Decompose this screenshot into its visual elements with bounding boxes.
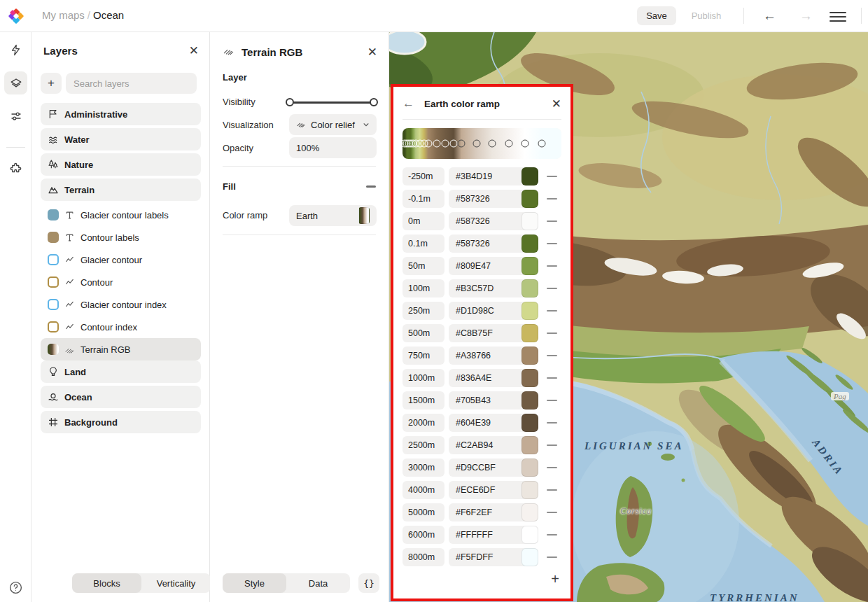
ramp-close-icon[interactable]: ✕ xyxy=(552,98,561,110)
opacity-input[interactable]: 100% xyxy=(289,137,377,158)
ramp-handle-1500m[interactable] xyxy=(441,140,449,148)
color-swatch[interactable] xyxy=(522,302,538,320)
elevation-input[interactable]: 250m xyxy=(402,302,444,320)
style-close-icon[interactable]: ✕ xyxy=(368,46,377,58)
color-swatch[interactable] xyxy=(522,190,538,208)
elevation-input[interactable]: 1500m xyxy=(402,391,444,410)
ramp-handle-4000m[interactable] xyxy=(489,140,496,148)
remove-stop-button[interactable] xyxy=(547,302,558,320)
layer-swatch[interactable] xyxy=(48,321,59,332)
remove-stop-button[interactable] xyxy=(547,234,558,253)
ramp-handle-5000m[interactable] xyxy=(505,140,513,148)
elevation-input[interactable]: 0m xyxy=(402,212,444,230)
remove-stop-button[interactable] xyxy=(547,346,558,365)
elevation-input[interactable]: 100m xyxy=(402,279,444,298)
layer-row-glacier-contour-index[interactable]: Glacier contour index xyxy=(41,293,201,316)
color-swatch[interactable] xyxy=(522,279,538,298)
hex-input[interactable]: #3B4D19 xyxy=(449,167,538,186)
layers-close-icon[interactable]: ✕ xyxy=(189,45,199,57)
remove-stop-button[interactable] xyxy=(547,369,558,387)
help-icon[interactable] xyxy=(6,578,24,596)
layer-swatch[interactable] xyxy=(48,344,59,355)
settings-sliders-icon[interactable] xyxy=(4,104,27,127)
color-swatch[interactable] xyxy=(522,369,538,387)
quick-actions-lightning-icon[interactable] xyxy=(4,38,27,62)
remove-stop-button[interactable] xyxy=(547,548,558,566)
breadcrumb-parent[interactable]: My maps xyxy=(42,9,85,21)
color-ramp-select[interactable]: Earth xyxy=(289,205,377,226)
plugins-puzzle-icon[interactable] xyxy=(4,157,27,180)
remove-stop-button[interactable] xyxy=(547,190,558,208)
hex-input[interactable]: #ECE6DF xyxy=(449,481,538,499)
remove-stop-button[interactable] xyxy=(547,436,558,454)
search-layers-input[interactable] xyxy=(66,73,197,94)
color-swatch[interactable] xyxy=(522,346,538,365)
code-editor-button[interactable]: {} xyxy=(358,573,379,593)
layer-row-terrain[interactable]: Terrain xyxy=(41,178,201,201)
remove-stop-button[interactable] xyxy=(547,167,558,186)
hex-input[interactable]: #FFFFFF xyxy=(449,526,538,544)
layer-swatch[interactable] xyxy=(48,209,59,220)
layer-row-nature[interactable]: Nature xyxy=(41,153,201,176)
remove-stop-button[interactable] xyxy=(547,481,558,499)
hex-input[interactable]: #836A4E xyxy=(449,369,538,387)
hex-input[interactable]: #F5FDFF xyxy=(449,548,538,566)
elevation-input[interactable]: 50m xyxy=(402,257,444,275)
add-stop-button[interactable]: + xyxy=(551,571,559,587)
color-swatch[interactable] xyxy=(522,503,538,522)
tab-verticality[interactable]: Verticality xyxy=(141,573,211,593)
slider-min-handle[interactable] xyxy=(286,98,294,106)
elevation-input[interactable]: 750m xyxy=(402,346,444,365)
elevation-input[interactable]: 5000m xyxy=(402,503,444,522)
layer-swatch[interactable] xyxy=(48,276,59,288)
remove-stop-button[interactable] xyxy=(547,279,558,298)
layer-row-glacier-contour[interactable]: Glacier contour xyxy=(41,248,201,271)
layer-swatch[interactable] xyxy=(48,299,59,310)
elevation-input[interactable]: 6000m xyxy=(402,526,444,544)
layers-panel-icon[interactable] xyxy=(4,71,27,94)
elevation-input[interactable]: -250m xyxy=(402,167,444,186)
remove-stop-button[interactable] xyxy=(547,391,558,410)
layer-row-contour-labels[interactable]: Contour labels xyxy=(41,226,201,248)
layer-row-administrative[interactable]: Administrative xyxy=(41,103,201,125)
color-swatch[interactable] xyxy=(522,257,538,275)
layer-row-water[interactable]: Water xyxy=(41,128,201,150)
color-swatch[interactable] xyxy=(522,481,538,499)
remove-stop-button[interactable] xyxy=(547,324,558,342)
remove-stop-button[interactable] xyxy=(547,503,558,522)
color-swatch[interactable] xyxy=(522,414,538,432)
color-swatch[interactable] xyxy=(522,212,538,230)
layer-row-land[interactable]: Land xyxy=(41,360,201,383)
ramp-handle-2000m[interactable] xyxy=(450,140,458,148)
ramp-handle-3000m[interactable] xyxy=(473,140,481,148)
back-arrow-icon[interactable]: ← xyxy=(402,97,414,111)
remove-stop-button[interactable] xyxy=(547,212,558,230)
hex-input[interactable]: #B3C57D xyxy=(449,279,538,298)
elevation-input[interactable]: -0.1m xyxy=(402,190,444,208)
elevation-input[interactable]: 4000m xyxy=(402,481,444,499)
hex-input[interactable]: #809E47 xyxy=(449,257,538,275)
hex-input[interactable]: #A38766 xyxy=(449,346,538,365)
hex-input[interactable]: #587326 xyxy=(449,234,538,253)
ramp-handle-8000m[interactable] xyxy=(538,140,546,148)
elevation-input[interactable]: 500m xyxy=(402,324,444,342)
layer-row-terrain-rgb[interactable]: Terrain RGB xyxy=(41,338,201,360)
elevation-input[interactable]: 0.1m xyxy=(402,234,444,253)
hex-input[interactable]: #705B43 xyxy=(449,391,538,410)
tab-style[interactable]: Style xyxy=(223,573,286,593)
hex-input[interactable]: #F6F2EF xyxy=(449,503,538,522)
visibility-range-slider[interactable] xyxy=(286,97,378,107)
hex-input[interactable]: #C8B75F xyxy=(449,324,538,342)
save-button[interactable]: Save xyxy=(637,6,676,25)
color-swatch[interactable] xyxy=(522,234,538,253)
undo-arrow-icon[interactable]: ← xyxy=(763,8,776,23)
ramp-handle-6000m[interactable] xyxy=(521,140,528,148)
color-swatch[interactable] xyxy=(522,548,538,566)
elevation-input[interactable]: 2000m xyxy=(402,414,444,432)
tab-data[interactable]: Data xyxy=(286,573,350,593)
hex-input[interactable]: #D1D98C xyxy=(449,302,538,320)
tab-blocks[interactable]: Blocks xyxy=(72,573,141,593)
color-swatch[interactable] xyxy=(522,436,538,454)
color-swatch[interactable] xyxy=(522,526,538,544)
remove-stop-button[interactable] xyxy=(547,458,558,477)
